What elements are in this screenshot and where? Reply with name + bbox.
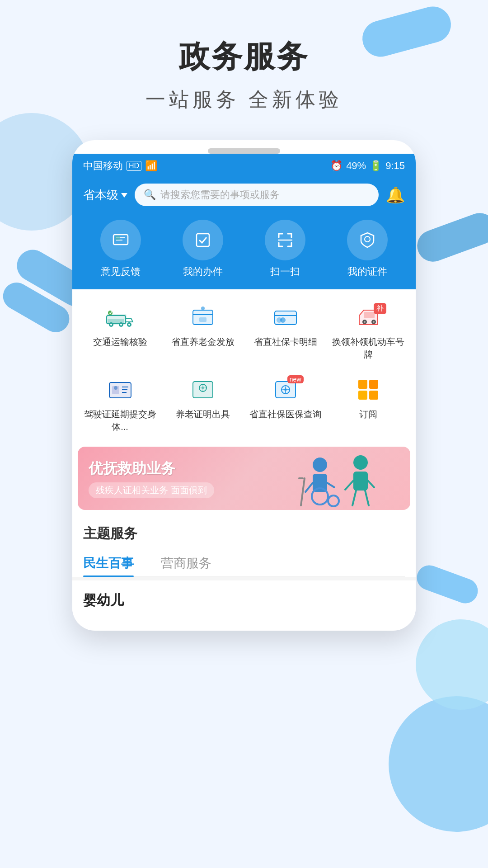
svg-point-6 [365,236,370,242]
tab-business[interactable]: 营商服务 [161,550,211,576]
medical-label: 省直社保医保查询 [249,408,322,420]
tab-civil[interactable]: 民生百事 [83,550,134,576]
services-section: 交通运输核验 省直养老金发放 [72,289,416,443]
svg-point-14 [128,324,130,326]
tab-civil-label: 民生百事 [83,556,134,570]
status-right: ⏰ 49% 🔋 9:15 [330,160,405,172]
sub-section: 婴幼儿 [72,577,416,617]
search-bar[interactable]: 🔍 请搜索您需要的事项或服务 [135,184,379,206]
svg-rect-3 [115,236,120,240]
clock-icon: ⏰ [330,160,343,172]
elderly-cert-icon [185,375,221,404]
svg-rect-47 [369,380,378,389]
location-selector[interactable]: 省本级 [83,187,127,203]
search-icon: 🔍 [144,189,156,201]
theme-title: 主题服务 [83,524,405,543]
tasks-label: 我的办件 [183,265,223,278]
service-social-card[interactable]: 省直社保卡明细 [245,297,326,367]
svg-point-34 [114,386,117,390]
main-subtitle: 一站服务 全新体验 [0,86,488,113]
medical-icon: new [267,375,304,404]
service-plate[interactable]: 补 换领补领机动车号牌 [328,297,408,367]
subscribe-label: 订阅 [359,408,377,420]
svg-line-58 [345,481,353,490]
banner-subtitle-tag: 残疾人证相关业务 面面俱到 [89,482,214,498]
plate-badge: 补 [374,303,386,314]
transport-label: 交通运输核验 [93,335,147,348]
pension-icon [185,303,221,332]
license-label: 驾驶证延期提交身体... [81,408,159,433]
svg-point-56 [353,455,368,470]
banner-title: 优抚救助业务 [89,459,214,479]
subscribe-icon [350,375,386,404]
feedback-label: 意见反馈 [101,265,141,278]
service-pension[interactable]: 省直养老金发放 [162,297,243,367]
svg-line-59 [368,481,374,487]
svg-point-53 [328,495,339,506]
quick-action-scan-icon [265,220,305,260]
service-medical[interactable]: new 省直社保医保查询 [245,369,326,439]
sub-title: 婴幼儿 [83,591,405,610]
battery-label: 49% [346,160,366,172]
banner-subtitle: 残疾人证相关业务 面面俱到 [96,485,207,495]
license-icon [102,375,138,404]
svg-point-10 [110,324,112,326]
status-left: 中国移动 HD 📶 [83,159,157,173]
svg-point-27 [364,321,366,323]
quick-action-cert-icon [347,220,388,260]
bg-decoration-5 [389,696,488,832]
svg-rect-48 [358,391,367,400]
status-bar: 中国移动 HD 📶 ⏰ 49% 🔋 9:15 [72,154,416,176]
banner-text: 优抚救助业务 残疾人证相关业务 面面俱到 [89,459,214,498]
medical-badge: new [287,375,304,383]
bg-decoration-7 [413,562,481,607]
svg-rect-49 [369,391,378,400]
location-arrow-icon [121,193,127,198]
main-title: 政务服务 [0,36,488,77]
transport-icon [102,303,138,332]
svg-line-55 [327,483,334,487]
plate-icon: 补 [350,303,386,332]
svg-rect-57 [353,472,368,491]
quick-action-cert[interactable]: 我的证件 [347,220,388,278]
elderly-cert-label: 养老证明出具 [176,408,230,420]
phone-mockup: 中国移动 HD 📶 ⏰ 49% 🔋 9:15 省本级 🔍 请搜索您需要的事项或服… [72,140,416,631]
theme-services-section: 主题服务 民生百事 营商服务 [72,515,416,577]
quick-action-scan[interactable]: 扫一扫 [265,220,305,278]
cert-label: 我的证件 [347,265,387,278]
svg-rect-4 [197,234,209,246]
theme-tabs: 民生百事 营商服务 [83,550,405,577]
location-label: 省本级 [83,187,118,203]
battery-icon: 🔋 [370,160,382,172]
service-subscribe[interactable]: 订阅 [328,369,408,439]
social-card-label: 省直社保卡明细 [254,335,317,348]
svg-rect-19 [199,317,206,322]
svg-line-60 [352,491,356,505]
time-label: 9:15 [385,160,405,172]
svg-rect-30 [364,312,375,318]
svg-rect-46 [358,380,367,389]
search-placeholder: 请搜索您需要的事项或服务 [160,188,280,202]
app-header: 省本级 🔍 请搜索您需要的事项或服务 🔔 [72,176,416,215]
quick-action-feedback[interactable]: 意见反馈 [100,220,141,278]
tab-business-label: 营商服务 [161,556,211,570]
svg-point-29 [373,321,375,323]
quick-action-feedback-icon [100,220,141,260]
hd-label: HD [127,161,141,171]
plate-label: 换领补领机动车号牌 [329,335,407,361]
carrier-label: 中国移动 [83,159,123,173]
pension-label: 省直养老金发放 [171,335,235,348]
banner[interactable]: 优抚救助业务 残疾人证相关业务 面面俱到 [78,447,410,510]
phone-notch [208,148,280,154]
service-license[interactable]: 驾驶证延期提交身体... [80,369,160,439]
service-elderly-cert[interactable]: 养老证明出具 [162,369,243,439]
svg-point-12 [120,324,122,326]
svg-line-62 [301,478,305,505]
banner-illustration [288,451,406,510]
services-grid: 交通运输核验 省直养老金发放 [80,297,408,439]
banner-figures [284,447,410,510]
social-card-icon [267,303,304,332]
quick-action-tasks[interactable]: 我的办件 [183,220,223,278]
bell-icon[interactable]: 🔔 [386,186,405,204]
service-transport[interactable]: 交通运输核验 [80,297,160,367]
